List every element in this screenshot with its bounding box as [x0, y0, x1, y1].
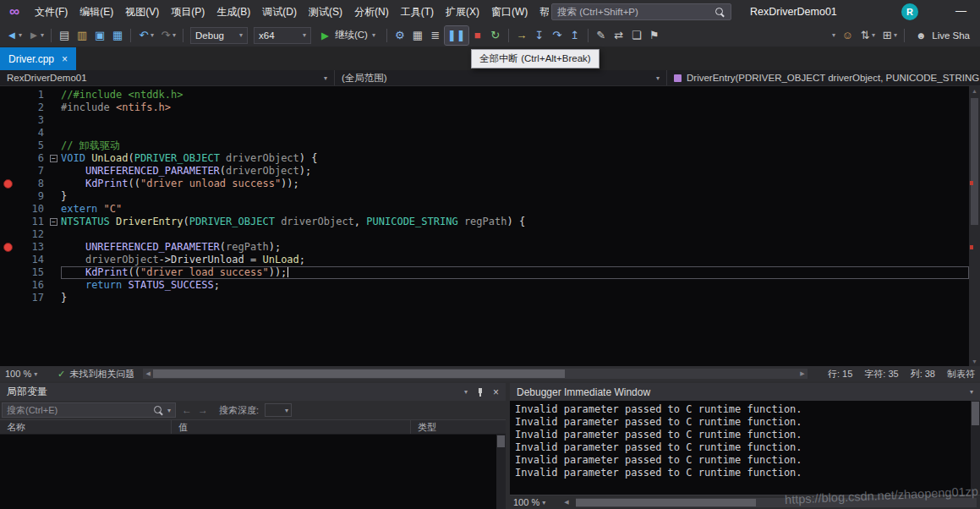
continue-button[interactable]: ▶继续(C)▾: [316, 26, 381, 45]
menu-item-11[interactable]: 帮助(H): [534, 0, 549, 24]
scrollbar-thumb[interactable]: [153, 369, 565, 378]
menu-item-2[interactable]: 视图(V): [119, 0, 165, 24]
redo-icon[interactable]: ↷▾: [157, 26, 178, 45]
immediate-zoom-dropdown[interactable]: 100 % ▾: [513, 497, 557, 507]
fold-gutter[interactable]: −: [47, 152, 61, 165]
fold-gutter[interactable]: [47, 292, 61, 304]
code-editor[interactable]: 1//#include <ntddk.h>2#include <ntifs.h>…: [0, 86, 980, 366]
save-icon[interactable]: ▣: [91, 26, 108, 45]
quick-attach-icon[interactable]: ⚙: [391, 26, 408, 45]
fold-gutter[interactable]: [47, 279, 61, 292]
fold-collapse-icon[interactable]: −: [50, 155, 57, 162]
scrollbar-thumb[interactable]: [971, 98, 978, 225]
breakpoint-gutter[interactable]: [0, 101, 17, 114]
breakpoint-gutter[interactable]: [0, 140, 17, 152]
editor-horizontal-scrollbar[interactable]: ◀ ▶: [143, 369, 808, 379]
code-health-indicator[interactable]: ✓ 未找到相关问题: [57, 368, 134, 380]
platform-dropdown[interactable]: x64▾: [254, 27, 311, 44]
breadcrumb-project-dropdown[interactable]: RexDriverDemo01 ▾: [0, 70, 335, 85]
locals-panel-header[interactable]: 局部变量 ▾ ×: [0, 383, 506, 401]
breakpoint-gutter[interactable]: [0, 266, 17, 279]
breadcrumb-scope-dropdown[interactable]: (全局范围) ▾: [335, 70, 667, 85]
break-all-icon[interactable]: ❚❚: [445, 26, 468, 45]
minimize-button[interactable]: —: [955, 0, 966, 22]
breakpoint-gutter[interactable]: [0, 279, 17, 292]
save-all-icon[interactable]: ▦: [109, 26, 126, 45]
open-file-icon[interactable]: ▥: [74, 26, 90, 45]
task-list-icon[interactable]: ≣: [427, 26, 444, 45]
global-search-box[interactable]: 搜索 (Ctrl+Shift+P): [551, 3, 731, 20]
code-cleanup-icon[interactable]: ✎: [593, 26, 610, 45]
scrollbar-thumb[interactable]: [497, 435, 505, 447]
immediate-output[interactable]: Invalid parameter passed to C runtime fu…: [510, 401, 980, 495]
fold-gutter[interactable]: [47, 140, 61, 152]
breakpoint-gutter[interactable]: [0, 241, 17, 254]
search-prev-icon[interactable]: ←: [182, 404, 192, 416]
fold-gutter[interactable]: [47, 266, 61, 279]
breakpoint-icon[interactable]: [3, 243, 13, 252]
pin-icon[interactable]: [476, 387, 485, 397]
preview-window-icon[interactable]: ▦: [409, 26, 426, 45]
breakpoint-gutter[interactable]: [0, 292, 17, 304]
close-icon[interactable]: ×: [493, 386, 499, 398]
menu-item-10[interactable]: 窗口(W): [485, 0, 534, 24]
window-position-icon[interactable]: ▾: [970, 388, 973, 396]
scrollbar-thumb[interactable]: [972, 402, 979, 425]
fold-gutter[interactable]: [47, 241, 61, 254]
menu-item-4[interactable]: 生成(B): [211, 0, 256, 24]
locals-body[interactable]: [0, 435, 506, 509]
search-next-icon[interactable]: →: [198, 404, 208, 416]
fold-gutter[interactable]: −: [47, 216, 61, 228]
editor-vertical-scrollbar[interactable]: ▲ ▼: [969, 86, 980, 366]
breakpoint-gutter[interactable]: [0, 190, 17, 203]
locals-vertical-scrollbar[interactable]: [496, 435, 506, 509]
locals-search-box[interactable]: 搜索(Ctrl+E) ▾: [2, 402, 176, 418]
column-header-0[interactable]: 名称: [0, 420, 172, 434]
fold-gutter[interactable]: [47, 165, 61, 178]
stop-debug-icon[interactable]: ■: [469, 26, 486, 45]
menu-item-9[interactable]: 扩展(X): [440, 0, 485, 24]
menu-item-5[interactable]: 调试(D): [256, 0, 303, 24]
feedback-icon[interactable]: ☺: [839, 26, 856, 45]
scroll-left-icon[interactable]: ◀: [561, 499, 572, 506]
live-share-button[interactable]: ☻Live Sha: [911, 26, 975, 45]
menu-item-6[interactable]: 测试(S): [303, 0, 348, 24]
fold-gutter[interactable]: [47, 190, 61, 203]
undo-icon[interactable]: ↶▾: [135, 26, 156, 45]
fold-gutter[interactable]: [47, 127, 61, 140]
window-position-icon[interactable]: ▾: [464, 388, 468, 396]
fold-collapse-icon[interactable]: −: [50, 218, 57, 226]
breakpoint-gutter[interactable]: [0, 165, 17, 178]
fold-gutter[interactable]: [47, 114, 61, 127]
breakpoint-gutter[interactable]: [0, 216, 17, 228]
scroll-right-icon[interactable]: ▶: [797, 370, 808, 377]
scroll-up-icon[interactable]: ▲: [969, 88, 980, 94]
zoom-dropdown[interactable]: 100 % ▾: [5, 369, 49, 379]
column-header-1[interactable]: 值: [172, 420, 411, 434]
window-layout-icon[interactable]: ⊞▾: [879, 26, 900, 45]
breakpoint-gutter[interactable]: [0, 254, 17, 266]
scroll-left-icon[interactable]: ◀: [143, 370, 153, 377]
show-next-statement-icon[interactable]: →: [513, 26, 530, 45]
search-depth-dropdown[interactable]: ▾: [265, 403, 292, 417]
fold-gutter[interactable]: [47, 228, 61, 241]
tab-close-icon[interactable]: ×: [62, 53, 68, 65]
breakpoint-gutter[interactable]: [0, 203, 17, 216]
sync-icon[interactable]: ⇄: [610, 26, 627, 45]
fold-gutter[interactable]: [47, 203, 61, 216]
step-out-icon[interactable]: ↥: [567, 26, 583, 45]
source-control-icon[interactable]: ⇅▾: [857, 26, 878, 45]
scroll-down-icon[interactable]: ▼: [969, 358, 980, 364]
menu-item-0[interactable]: 文件(F): [29, 0, 74, 24]
breadcrumb-member-dropdown[interactable]: DriverEntry(PDRIVER_OBJECT driverObject,…: [667, 70, 980, 85]
breakpoint-gutter[interactable]: [0, 152, 17, 165]
menu-item-3[interactable]: 项目(P): [165, 0, 211, 24]
breakpoint-gutter[interactable]: [0, 89, 17, 101]
step-over-icon[interactable]: ↷: [549, 26, 566, 45]
breakpoint-gutter[interactable]: [0, 228, 17, 241]
nav-back-icon[interactable]: ◄▾: [3, 26, 25, 45]
fold-gutter[interactable]: [47, 101, 61, 114]
menu-item-8[interactable]: 工具(T): [395, 0, 440, 24]
menu-item-7[interactable]: 分析(N): [348, 0, 395, 24]
solution-config-dropdown[interactable]: Debug▾: [190, 27, 248, 44]
